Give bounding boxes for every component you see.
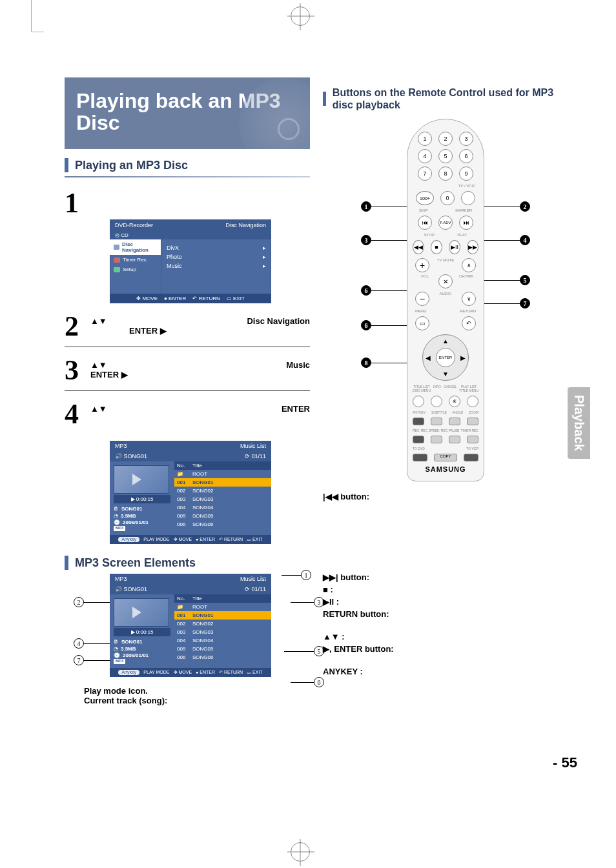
remote-btn-playlist[interactable] [467, 396, 478, 407]
remote-btn-5[interactable]: 5 [438, 149, 453, 163]
step2-discnav: Disc Navigation [247, 316, 310, 326]
remote-btn-play[interactable]: ▶II [449, 240, 460, 254]
label-skipfwd: ▶▶| button: [323, 572, 568, 582]
step2-updown: ▲▼ [90, 316, 107, 326]
remote-lbl-tvmute: TV MUTE [436, 258, 455, 272]
remote-btn-skipback[interactable]: ⏮ [418, 216, 432, 230]
remote-btn-3[interactable]: 3 [459, 132, 473, 146]
ml-info: 🗎SONG01 ◔3.5MB 🕘2006/01/01 MP3 [114, 639, 170, 664]
remote-btn-subtitle[interactable] [431, 418, 442, 425]
remote-btn-recpause[interactable] [449, 436, 460, 443]
remote-btn-angle[interactable] [449, 418, 460, 425]
ml-head-l: MP3 [115, 443, 127, 449]
step-2-num: 2 [65, 310, 90, 343]
section-playing: Playing an MP3 Disc [75, 159, 188, 172]
section-remote-buttons: Buttons on the Remote Control used for M… [333, 86, 568, 111]
remote-btn-fadv[interactable]: F.ADV [438, 216, 453, 230]
remote-btn-cancel[interactable]: ✳ [449, 396, 460, 407]
track-row: 005SONG05 [174, 512, 271, 520]
osd-side-timer: Timer Rec. [110, 255, 161, 265]
date-icon: 🕘 [114, 520, 120, 526]
track-row: 001SONG01 [174, 478, 271, 487]
mp3-badge: MP3 [114, 659, 125, 664]
remote-btn-tvvcr[interactable] [461, 191, 475, 205]
ml-time: ▶ 0:00:15 [114, 628, 170, 636]
step4-enter: ENTER [282, 404, 310, 414]
remote-btn-copy[interactable]: COPY [434, 454, 457, 461]
remote-lbl-audio: AUDIO [436, 292, 455, 306]
remote-btn-skipfwd[interactable]: ⏭ [459, 216, 473, 230]
ml-head-r: Music List [240, 576, 266, 582]
remote-btn-ff[interactable]: ▶▶ [467, 240, 478, 254]
step-1-num: 1 [65, 187, 90, 219]
osd-side-discnav: Disc Navigation [110, 239, 161, 255]
remote-btn-anykey[interactable] [413, 418, 424, 425]
remote-btn-titlelist[interactable] [413, 396, 424, 407]
remote-btn-info[interactable] [431, 396, 442, 407]
remote-btn-8[interactable]: 8 [438, 167, 453, 181]
date-icon: 🕘 [114, 652, 120, 659]
ml-header-row: No.Title [174, 594, 271, 603]
remote-btn-9[interactable]: 9 [459, 167, 473, 181]
music-list-panel-2: MP3Music List 🔊 SONG01⟳ 01/11 ▶ 0:00:15 … [110, 574, 271, 677]
remote-btn-rew[interactable]: ◀◀ [413, 240, 424, 254]
remote-btn-rec[interactable] [413, 436, 424, 443]
osd-disc-navigation: DVD-Recorder Disc Navigation ◎ CD Disc N… [110, 219, 271, 303]
section-screen-elements: MP3 Screen Elements [75, 556, 196, 570]
remote-btn-mute[interactable]: ✕ [438, 274, 453, 288]
remote-btn-0[interactable]: 0 [440, 191, 455, 205]
ml-sub-r: ⟳ 01/11 [245, 586, 266, 592]
remote-btn-enter[interactable]: ENTER [436, 348, 455, 367]
osd-main-music: Music▸ [167, 261, 266, 270]
page-title-block: Playing back an MP3Disc [65, 77, 310, 149]
remote-btn-chup[interactable]: ∧ [462, 258, 476, 272]
remote-btn-timerrec[interactable] [467, 436, 478, 443]
step3-enter: ENTER ▶ [90, 370, 128, 379]
step3-updown: ▲▼ [90, 360, 107, 370]
remote-btn-volup[interactable]: + [415, 258, 429, 272]
track-row: 002SONG02 [174, 487, 271, 495]
track-row: 006SONG06 [174, 520, 271, 529]
callout-4: 4 [74, 638, 84, 649]
ml-footer: Anykey PLAY MODE✥ MOVE● ENTER↶ RETURN▭ E… [110, 668, 271, 677]
step-3-num: 3 [65, 354, 90, 387]
remote-callout-1: 1 [361, 201, 371, 212]
remote-callout-6b: 6 [361, 320, 371, 330]
track-row: 004SONG04 [174, 503, 271, 512]
remote-callout-5: 5 [520, 275, 530, 285]
remote-btn-1[interactable]: 1 [418, 132, 432, 146]
ml-sub-l: 🔊 SONG01 [115, 586, 147, 592]
remote-btn-100[interactable]: 100+ [416, 191, 434, 205]
step-4-num: 4 [65, 398, 90, 430]
remote-btn-7[interactable]: 7 [418, 167, 432, 181]
remote-callout-2: 2 [520, 201, 530, 212]
osd-main-divx: DivX▸ [167, 243, 266, 252]
remote-btn-chdown[interactable]: ∨ [462, 292, 476, 306]
remote-btn-4[interactable]: 4 [418, 149, 432, 163]
callout-2: 2 [74, 597, 84, 607]
album-art-icon [114, 465, 169, 494]
osd-foot-move: ✥ MOVE [136, 296, 158, 301]
remote-btn-voldown[interactable]: − [415, 292, 429, 306]
remote-btn-6[interactable]: 6 [459, 149, 473, 163]
remote-brand: SAMSUNG [413, 465, 478, 473]
osd-main-photo: Photo▸ [167, 252, 266, 261]
track-row: 📁ROOT [174, 603, 271, 611]
remote-btn-menu[interactable]: ▭ [415, 316, 429, 330]
remote-btn-return[interactable]: ↶ [462, 316, 476, 330]
file-icon: 🗎 [114, 639, 119, 645]
remote-lbl-tvvcr: TV / VCR [413, 184, 478, 188]
remote-dpad[interactable]: ▲ ▼ ◀ ▶ ENTER [422, 334, 469, 381]
remote-btn-tovcr[interactable] [464, 454, 478, 461]
track-row: 📁ROOT [174, 470, 271, 478]
remote-btn-recspeed[interactable] [431, 436, 442, 443]
remote-btn-todvd[interactable] [413, 454, 427, 461]
remote-btn-stop[interactable]: ■ [431, 240, 442, 254]
mp3-badge: MP3 [114, 526, 125, 531]
remote-btn-2[interactable]: 2 [438, 132, 453, 146]
ml-head-r: Music List [240, 443, 266, 449]
osd-foot-return: ↶ RETURN [192, 296, 220, 301]
remote-btn-zoom[interactable] [467, 418, 478, 425]
remote-callout-7: 7 [520, 298, 530, 308]
label-skipback: |◀◀ button: [323, 492, 568, 501]
